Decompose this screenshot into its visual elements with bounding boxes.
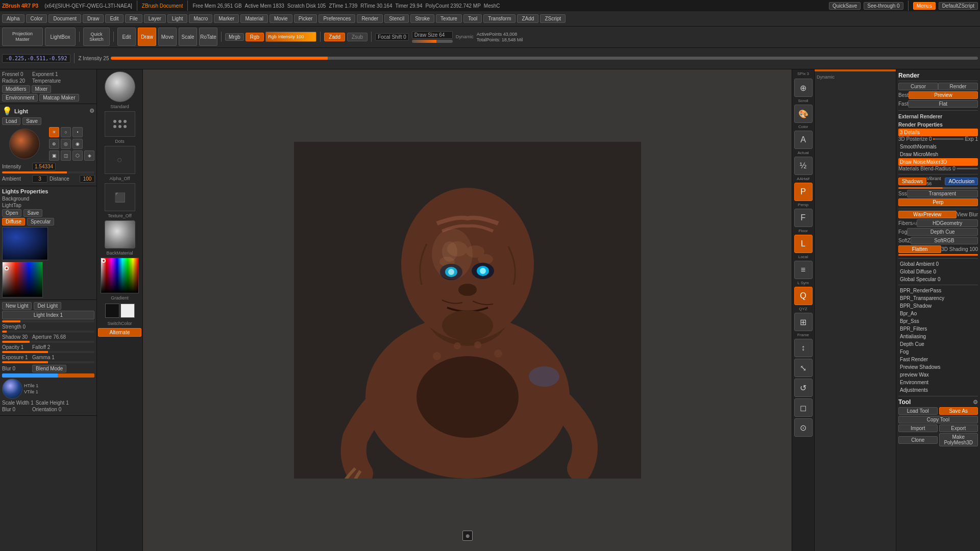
macro-menu[interactable]: Macro [189,14,212,23]
exposure-slider[interactable] [2,361,94,363]
quick-sketch-btn[interactable]: Quick Sketch [83,28,110,46]
bpr-filters-item[interactable]: BPR_Filters [898,325,978,333]
quicksave-btn[interactable]: QuickSave [829,2,861,10]
tool-menu[interactable]: Tool [463,14,482,23]
rgb-intensity-bar[interactable]: Rgb Intensity 100 [265,32,316,42]
depth-cue-item[interactable]: Depth Cue [898,340,978,348]
preview-wax-item[interactable]: preview Wax [898,371,978,379]
cursor-btn[interactable]: Cursor [898,83,938,90]
perp-btn2[interactable]: Perp [898,198,978,206]
light-icon-8[interactable]: ◫ [61,151,71,161]
edit-menu[interactable]: Edit [105,14,123,23]
bpr-ao-item[interactable]: Bpr_Ao [898,310,978,317]
alpha-menu[interactable]: Alpha [2,14,24,23]
draw-micromesh-item[interactable]: Draw MicroMesh [898,151,978,158]
render-menu[interactable]: Render [357,14,383,23]
light-icon-1[interactable]: ☀ [49,127,59,137]
light-save-btn[interactable]: Save [22,117,41,125]
rotate-btn[interactable]: RoTate [199,28,217,46]
move-btn[interactable]: Move [158,28,177,46]
materials-blend-slider[interactable] [957,168,978,169]
clone-btn[interactable]: Clone [898,436,938,444]
save-as-btn[interactable]: Save As [939,407,978,415]
zscript-menu[interactable]: ZScript [540,14,566,23]
light-icon-9[interactable]: ⬡ [72,151,83,161]
preferences-menu[interactable]: Preferences [318,14,355,23]
standard-sphere[interactable] [105,71,135,102]
texture-off-preview[interactable]: ⬛ [105,183,135,211]
stroke-menu[interactable]: Stroke [410,14,434,23]
light-icon-6[interactable]: ◉ [72,139,83,149]
material-menu[interactable]: Material [240,14,268,23]
draw-noisemaker-item[interactable]: Draw NoiseMaker3D [898,158,978,166]
new-light-btn[interactable]: New Light [2,302,32,310]
transparent-btn[interactable]: Transparent [907,190,978,197]
mrgb-btn[interactable]: Mrgb [225,33,244,41]
default-script-btn[interactable]: DefaultZScript [939,2,978,10]
scroll-btn[interactable]: ⊕ [794,79,813,97]
open-btn[interactable]: Open [2,209,21,217]
qyz-btn[interactable]: Q [794,287,813,305]
layer-menu[interactable]: Layer [144,14,166,23]
strength-slider[interactable] [2,331,94,333]
light-menu[interactable]: Light [167,14,188,23]
floor-btn[interactable]: F [794,209,813,227]
vibrant-slider[interactable] [898,187,978,189]
global-specular-item[interactable]: Global Specular 0 [898,276,978,283]
document-menu[interactable]: Document [48,14,81,23]
fog-item[interactable]: Fog [898,348,978,356]
frame-btn[interactable]: ⊞ [794,313,813,331]
lsym-btn[interactable]: ≡ [794,261,813,279]
shadow-slider[interactable] [2,341,94,343]
draw-size-slider[interactable] [412,40,453,43]
actual-btn[interactable]: A [794,131,813,149]
color-picker[interactable] [2,262,43,297]
antialiasing-item[interactable]: Antialiasing [898,333,978,340]
move-btn2[interactable]: ↕ [794,339,813,357]
color-white[interactable] [120,304,135,318]
zadd-btn[interactable]: Zadd [324,33,345,41]
backmaterial-sphere[interactable] [105,220,135,248]
dots-preview[interactable] [105,111,135,137]
rotate-btn2[interactable]: ↺ [794,379,813,397]
light-expand-icon[interactable]: ⚙ [89,108,94,114]
opacity-slider[interactable] [2,351,94,353]
color-btn2[interactable]: 🎨 [794,105,813,123]
projection-master-btn[interactable]: Projection Master [2,28,43,46]
fast-render-item[interactable]: Fast Render [898,356,978,363]
save3-btn[interactable]: Save [23,209,42,217]
details-item[interactable]: 3 Details [898,129,978,136]
persp-btn[interactable]: P [794,183,813,201]
alpha-off-preview[interactable]: ○ [105,146,135,174]
environment-btn[interactable]: Environment [2,94,38,102]
copy-tool-btn[interactable]: Copy Tool [898,416,978,423]
bpr-sss-item[interactable]: Bpr_Sss [898,317,978,325]
zplugin-menu[interactable]: ZAdd [517,14,538,23]
stencil-menu[interactable]: Stencil [384,14,409,23]
intensity-slider[interactable] [2,171,94,173]
zsub-btn[interactable]: Zsub [347,33,368,41]
transform-menu[interactable]: Transform [483,14,516,23]
scale-btn[interactable]: Scale [179,28,197,46]
lightbox-btn[interactable]: LightBox [45,28,76,46]
local-btn[interactable]: L [794,235,813,253]
shading-slider[interactable] [898,254,978,256]
light-icon-5[interactable]: ◎ [61,139,71,149]
del-light-btn[interactable]: Del Light [34,302,61,310]
make-polymesh-btn[interactable]: Make PolyMesh3D [939,433,978,446]
export-btn[interactable]: Export [939,424,978,432]
waxpreview-btn[interactable]: WaxPreview [898,211,957,218]
flat-btn[interactable]: Flat [908,100,978,108]
marker-menu[interactable]: Marker [214,14,239,23]
light-icon-10[interactable]: ◈ [84,151,94,161]
import-btn[interactable]: Import [898,424,938,432]
hdgeometry-btn[interactable]: HDGeometry [917,219,978,227]
bpr-shadow-item[interactable]: BPR_Shadow [898,302,978,310]
color-black[interactable] [105,304,119,318]
preview-shadows-item[interactable]: Preview Shadows [898,363,978,371]
blend-mode-btn[interactable]: Blend Mode [32,365,66,372]
rgb-btn[interactable]: Rgb [246,33,264,41]
depth-cue-btn[interactable]: Depth Cue [907,228,978,236]
shadows-btn[interactable]: Shadows [898,178,926,185]
draw-btn[interactable]: Draw [138,28,156,46]
